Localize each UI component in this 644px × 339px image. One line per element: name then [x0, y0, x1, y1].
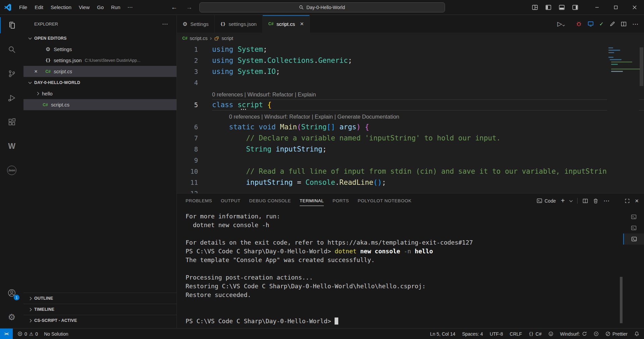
run-or-debug-button[interactable]: ▷ — [557, 20, 564, 28]
menubar-more-button[interactable]: ⋯ — [124, 4, 136, 10]
tab-settings[interactable]: ⚙Settings — [177, 15, 215, 33]
toggle-sidebar-icon[interactable] — [545, 4, 551, 10]
code-token: String — [301, 123, 327, 131]
language-status[interactable]: {} C# — [529, 331, 541, 337]
encoding-status[interactable]: UTF-8 — [490, 331, 503, 337]
notifications-status[interactable] — [634, 331, 639, 336]
close-panel-icon[interactable]: × — [635, 197, 639, 205]
toggle-panel-icon[interactable] — [559, 4, 565, 10]
command-center-search[interactable]: Day-0-Hello-World — [199, 2, 445, 12]
panel-tab-output[interactable]: OUTPUT — [221, 194, 241, 208]
prettier-status[interactable]: Prettier — [605, 331, 628, 337]
cs-script-section-header[interactable]: CS-SCRIPT - ACTIVE — [23, 315, 177, 326]
close-icon[interactable]: × — [300, 20, 304, 28]
code-content[interactable]: using System;using System.Collections.Ge… — [212, 44, 644, 193]
indentation-status[interactable]: Spaces: 4 — [462, 331, 483, 337]
edit-pencil-icon[interactable] — [609, 21, 615, 27]
close-icon[interactable]: × — [34, 68, 38, 75]
panel-tab-terminal[interactable]: TERMINAL — [300, 194, 324, 208]
line-col-label: Ln 5, Col 14 — [430, 331, 455, 337]
terminal-dropdown-icon[interactable] — [569, 199, 573, 202]
nav-back-button[interactable]: ← — [171, 4, 178, 11]
feedback-status[interactable] — [548, 331, 553, 336]
panel-tab-polyglot-notebook[interactable]: POLYGLOT NOTEBOOK — [358, 194, 411, 208]
open-editor-settings[interactable]: ⚙ Settings — [23, 44, 177, 55]
new-terminal-button[interactable]: + — [561, 197, 565, 205]
terminal-instance-2[interactable] — [623, 222, 644, 234]
open-editor-script-cs[interactable]: × C# script.cs — [23, 66, 177, 77]
tree-file-script-cs[interactable]: C# script.cs — [23, 99, 177, 110]
nav-forward-button[interactable]: → — [186, 4, 193, 11]
codelens-link[interactable]: 0 references | Windsurf: Refactor | Expl… — [212, 88, 644, 99]
layout-controls — [532, 4, 578, 10]
activitybar-settings[interactable]: ⚙ — [0, 309, 23, 325]
activitybar-search[interactable] — [0, 41, 23, 57]
windsurf-status[interactable]: Windsurf: — [560, 331, 587, 337]
codelens-link[interactable]: 0 references | Windsurf: Refactor | Expl… — [212, 111, 644, 122]
minimap[interactable] — [607, 44, 639, 193]
breadcrumb-file[interactable]: script.cs — [190, 36, 207, 41]
trash-icon[interactable] — [593, 198, 598, 204]
sidebar-more-button[interactable]: ⋯ — [162, 20, 168, 28]
solution-status[interactable]: No Solution — [44, 331, 68, 337]
terminal-instance-3[interactable] — [623, 234, 644, 245]
eol-status[interactable]: CRLF — [510, 331, 522, 337]
maximize-button[interactable] — [606, 0, 625, 15]
activitybar-windsurf[interactable]: W — [0, 138, 23, 154]
terminal-profile-button[interactable]: Code — [537, 198, 556, 204]
open-editors-header[interactable]: OPEN EDITORS — [23, 33, 177, 44]
menu-selection[interactable]: Selection — [47, 2, 75, 12]
tab-script-cs[interactable]: C#script.cs× — [263, 15, 310, 33]
activitybar-accounts[interactable]: 1 — [0, 285, 23, 301]
tab-settings-json[interactable]: {}settings.json — [215, 15, 263, 33]
code-token: Console — [305, 178, 335, 186]
editor-scrollbar[interactable] — [639, 44, 644, 193]
terminal-line: Restoring C:\VS Code C Sharp\Day-0-Hello… — [186, 282, 620, 291]
terminal-instance-1[interactable] — [623, 211, 644, 222]
menu-edit[interactable]: Edit — [31, 2, 47, 12]
terminal-scrollbar[interactable] — [620, 208, 623, 328]
panel-tab-problems[interactable]: PROBLEMS — [186, 194, 212, 208]
outline-section-header[interactable]: OUTLINE — [23, 293, 177, 304]
minimap-gap — [607, 73, 639, 76]
more-actions-icon[interactable]: ⋯ — [632, 20, 639, 28]
menu-file[interactable]: File — [15, 2, 31, 12]
code-line — [212, 155, 644, 166]
panel-tab-ports[interactable]: PORTS — [333, 194, 349, 208]
check-icon[interactable]: ✓ — [599, 21, 604, 27]
feedback-icon — [548, 331, 553, 336]
dotnet-status[interactable] — [594, 331, 599, 336]
open-editor-settings-json[interactable]: {} settings.json C:\Users\Steven Dustin\… — [23, 55, 177, 66]
sync-icon — [582, 331, 587, 336]
workspace-header[interactable]: DAY-0-HELLO-WORLD — [23, 77, 177, 88]
gutter-line: 7 — [177, 133, 198, 144]
close-window-button[interactable] — [625, 0, 644, 15]
toggle-secondary-sidebar-icon[interactable] — [572, 4, 578, 10]
activitybar-explorer[interactable] — [0, 17, 23, 33]
menu-run[interactable]: Run — [107, 2, 124, 12]
split-terminal-icon[interactable] — [583, 198, 588, 204]
tree-folder-hello[interactable]: hello — [23, 88, 177, 99]
activitybar-run-debug[interactable] — [0, 90, 23, 106]
terminal-output[interactable]: For more information, run: dotnet new co… — [177, 208, 620, 328]
maximize-panel-icon[interactable] — [625, 198, 630, 204]
customize-layout-icon[interactable] — [532, 4, 538, 10]
minimize-button[interactable] — [588, 0, 606, 15]
preview-monitor-icon[interactable] — [588, 21, 594, 27]
activitybar-json-viewer[interactable]: Json — [0, 162, 23, 178]
cursor-position-status[interactable]: Ln 5, Col 14 — [430, 331, 455, 337]
panel-tab-debug-console[interactable]: DEBUG CONSOLE — [249, 194, 291, 208]
debug-bug-icon[interactable] — [576, 21, 582, 27]
menu-view[interactable]: View — [75, 2, 93, 12]
split-editor-icon[interactable] — [621, 21, 627, 27]
panel-more-icon[interactable]: ⋯ — [603, 197, 610, 205]
menu-go[interactable]: Go — [93, 2, 107, 12]
problems-status[interactable]: 0 ⚠ 0 — [17, 331, 38, 337]
remote-indicator[interactable]: >< — [0, 329, 13, 339]
breadcrumb-symbol[interactable]: script — [221, 36, 233, 41]
activitybar-source-control[interactable] — [0, 66, 23, 82]
terminal-token: console — [375, 248, 400, 255]
timeline-section-header[interactable]: TIMELINE — [23, 304, 177, 315]
code-editor[interactable]: 1234 5 6789101112 using System;using Sys… — [177, 44, 644, 193]
activitybar-extensions[interactable] — [0, 114, 23, 130]
